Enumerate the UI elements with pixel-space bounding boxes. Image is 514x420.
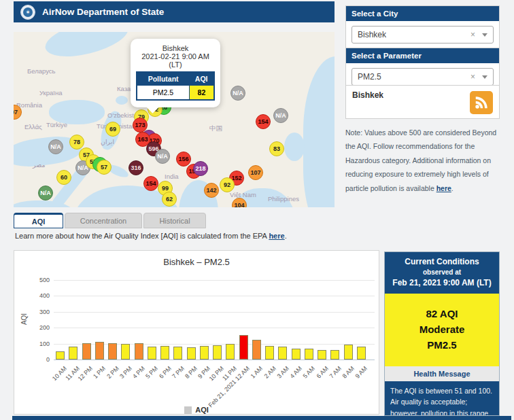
epa-here-link[interactable]: here (269, 232, 284, 240)
chart-x-tick: 5 PM (145, 365, 160, 380)
map-popup: Bishkek 2021-02-21 9:00 AM (LT) Pollutan… (131, 39, 220, 107)
chart-bar[interactable] (305, 349, 313, 360)
note-body: Note: Values above 500 are considered Be… (345, 128, 496, 192)
chart-gridline (54, 280, 375, 281)
popup-datetime: 2021-02-21 9:00 AM (136, 52, 215, 60)
chart-bar[interactable] (173, 347, 182, 360)
chart-x-tick: 10 PM (207, 365, 224, 382)
chart-bar[interactable] (239, 335, 248, 360)
chart-x-tick: 1 PM (92, 365, 107, 380)
aqi-marker[interactable]: 218 (193, 161, 208, 176)
tab-bar: AQIConcentrationHistorical (14, 213, 206, 228)
city-select-card: Select a City Bishkek × (345, 5, 500, 50)
chart-x-tick: 2 AM (262, 365, 277, 380)
chart-bar[interactable] (252, 340, 261, 360)
popup-city: Bishkek (136, 44, 215, 52)
city-select-header: Select a City (346, 6, 499, 21)
chart-bar[interactable] (265, 346, 274, 360)
aqi-marker[interactable]: N/A (48, 139, 63, 154)
chart-bar[interactable] (344, 345, 353, 360)
chart-bar[interactable] (200, 346, 209, 360)
aqi-marker[interactable]: 62 (162, 192, 177, 207)
chart-bar[interactable] (357, 347, 366, 360)
aqi-marker[interactable]: 142 (204, 183, 219, 198)
chart-x-tick: 8 PM (184, 365, 199, 380)
map-country-label: ايران (101, 138, 114, 145)
chart-x-tick: 6 PM (158, 365, 173, 380)
cc-aqi-value: 82 AQI (388, 308, 496, 319)
learn-more-suffix: . (285, 232, 287, 240)
aqi-marker[interactable]: 107 (248, 165, 263, 180)
parameter-select[interactable]: PM2.5 × (352, 68, 494, 86)
aqi-marker[interactable]: N/A (230, 86, 245, 101)
sea-shape (303, 56, 335, 207)
cc-health-message-text: The AQI is between 51 and 100. Air quali… (385, 381, 499, 416)
aqi-marker[interactable]: 83 (269, 141, 284, 156)
map-country-label: Türkiye (46, 121, 67, 128)
city-select-value: Bishkek (358, 30, 470, 39)
aqi-marker[interactable]: 78 (69, 135, 84, 150)
chart-bar[interactable] (56, 351, 65, 360)
aqi-marker[interactable]: N/A (273, 108, 288, 123)
chart-legend[interactable]: AQI (14, 406, 379, 414)
chart-bar[interactable] (318, 350, 326, 360)
map-country-label: Беларусь (27, 67, 56, 75)
chart-bar[interactable] (187, 347, 196, 360)
aqi-marker[interactable]: 92 (220, 177, 235, 192)
chart-x-tick: 9 AM (354, 365, 369, 380)
airnow-page: ✶ AirNow Department of State БеларусьУкр… (0, 0, 514, 420)
chart-gridline (54, 312, 375, 313)
chart-bar[interactable] (135, 343, 143, 360)
aqi-marker[interactable]: 60 (56, 170, 71, 185)
app-header: ✶ AirNow Department of State (14, 1, 335, 22)
current-conditions-panel: Current Conditions observed at Feb 21, 2… (384, 251, 500, 416)
chart-bar[interactable] (108, 343, 117, 360)
chart-bar[interactable] (278, 347, 287, 360)
city-caret-icon[interactable] (482, 33, 487, 37)
chart-gridline (54, 360, 375, 360)
app-title: AirNow Department of State (42, 7, 164, 17)
chart-y-tick: 300 (27, 309, 50, 315)
legend-label: AQI (195, 406, 209, 414)
popup-aqi-value: 82 (189, 86, 214, 101)
aqi-marker[interactable]: N/A (155, 149, 170, 164)
map-country-label: Philippines (268, 195, 299, 203)
city-clear-icon[interactable]: × (470, 30, 475, 39)
chart-bar[interactable] (292, 349, 301, 360)
cc-pollutant: PM2.5 (388, 339, 496, 351)
aqi-marker[interactable]: 154 (143, 176, 158, 191)
aqi-marker[interactable]: 57 (97, 160, 112, 175)
city-select[interactable]: Bishkek × (352, 26, 494, 43)
parameter-caret-icon[interactable] (482, 75, 487, 79)
aqi-marker[interactable]: 156 (176, 152, 191, 167)
parameter-clear-icon[interactable]: × (470, 72, 475, 82)
chart-x-tick: 3 PM (118, 365, 133, 380)
chart-bar[interactable] (148, 347, 156, 360)
legend-swatch (184, 406, 192, 414)
aqi-marker[interactable]: 69 (105, 122, 120, 137)
chart-x-tick: 10 AM (51, 365, 68, 382)
note-here-link[interactable]: here (436, 184, 451, 192)
chart-x-tick: 7 AM (328, 365, 343, 380)
tab-historical[interactable]: Historical (143, 213, 206, 228)
aqi-marker[interactable]: N/A (38, 186, 53, 200)
chart-bar[interactable] (160, 346, 169, 360)
map-country-label: 中国 (209, 124, 222, 133)
chart-bar[interactable] (330, 350, 339, 360)
aqi-marker[interactable]: 316 (128, 160, 143, 175)
rss-feed-icon[interactable] (470, 91, 493, 114)
map[interactable]: БеларусьУкраїнаRomâniaΕλλάςTürkiyeمصرКаз… (14, 32, 335, 207)
chart-bar[interactable] (213, 345, 222, 360)
tab-concentration[interactable]: Concentration (65, 213, 142, 228)
chart-y-tick: 200 (27, 324, 50, 331)
chart-bar[interactable] (82, 343, 91, 360)
chart-bar[interactable] (121, 344, 130, 360)
chart-x-tick: 8 AM (341, 365, 356, 380)
aqi-marker[interactable]: 154 (256, 114, 271, 129)
chart-bar[interactable] (95, 342, 104, 360)
cc-observed-at: observed at (389, 268, 495, 276)
tab-aqi[interactable]: AQI (14, 213, 63, 228)
chart-bar[interactable] (226, 344, 235, 360)
footer-bar (12, 416, 511, 420)
chart-bar[interactable] (69, 347, 78, 360)
